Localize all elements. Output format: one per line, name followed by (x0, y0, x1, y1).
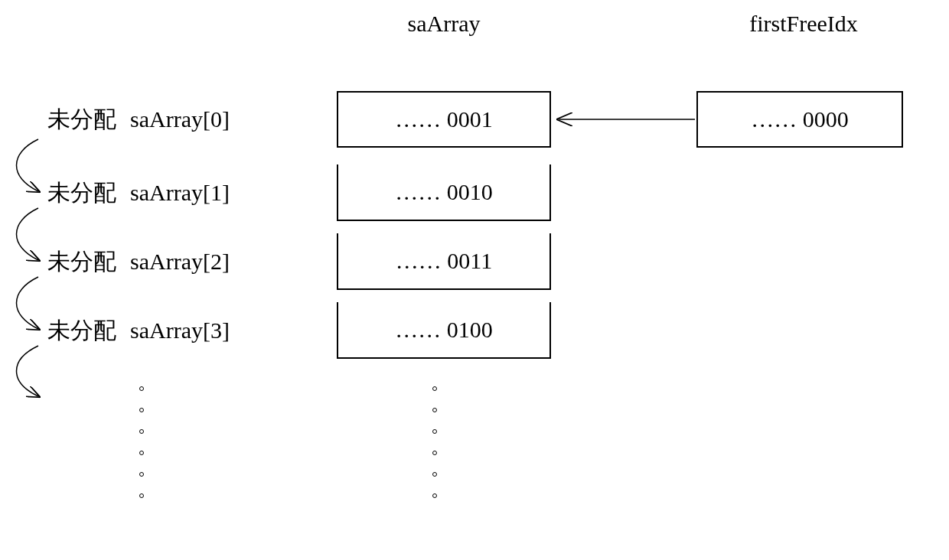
saarray-cell-1: …… 0010 (337, 164, 551, 221)
link-arrow-2-3 (17, 277, 39, 329)
row-2-status: 未分配 (47, 246, 116, 278)
dot-icon (432, 451, 437, 455)
firstfreeidx-header: firstFreeIdx (719, 11, 888, 37)
row-2-left: 未分配 saArray[2] (47, 233, 230, 290)
saarray-cell-2: …… 0011 (337, 233, 551, 290)
dot-icon (139, 451, 144, 455)
dot-icon (432, 493, 437, 498)
dot-icon (139, 472, 144, 477)
link-arrow-3-next (17, 346, 39, 396)
link-arrow-1-2 (17, 208, 39, 260)
dot-icon (432, 386, 437, 391)
firstfreeidx-value: …… 0000 (751, 106, 849, 132)
dot-icon (139, 493, 144, 498)
row-3-label: saArray[3] (130, 317, 230, 343)
saarray-cell-2-value: …… 0011 (396, 248, 492, 274)
firstfreeidx-box: …… 0000 (696, 91, 903, 148)
dot-icon (139, 429, 144, 434)
row-1-left: 未分配 saArray[1] (47, 164, 230, 221)
saarray-cell-0-value: …… 0001 (395, 106, 493, 132)
dot-icon (139, 386, 144, 391)
dot-icon (432, 408, 437, 412)
link-arrow-0-1 (17, 139, 39, 191)
dot-icon (432, 429, 437, 434)
row-0-label: saArray[0] (130, 106, 230, 132)
saarray-cell-1-value: …… 0010 (395, 179, 493, 205)
saarray-continuation-dots (432, 386, 437, 498)
row-1-status: 未分配 (47, 177, 116, 209)
saarray-cell-0: …… 0001 (337, 91, 551, 148)
row-0-status: 未分配 (47, 104, 116, 135)
dot-icon (432, 472, 437, 477)
row-0-left: 未分配 saArray[0] (47, 91, 230, 148)
saarray-cell-3-value: …… 0100 (395, 317, 493, 343)
row-1-label: saArray[1] (130, 180, 230, 206)
row-3-status: 未分配 (47, 315, 116, 347)
saarray-header: saArray (367, 11, 520, 37)
left-continuation-dots (139, 386, 144, 498)
dot-icon (139, 408, 144, 412)
saarray-cell-3: …… 0100 (337, 302, 551, 359)
row-3-left: 未分配 saArray[3] (47, 302, 230, 359)
row-2-label: saArray[2] (130, 249, 230, 275)
